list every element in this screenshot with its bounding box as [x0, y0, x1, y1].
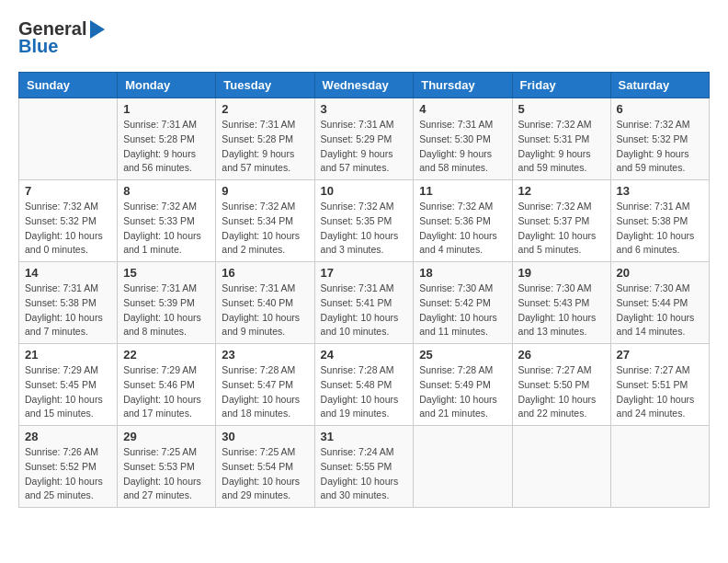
calendar-cell: 11Sunrise: 7:32 AMSunset: 5:36 PMDayligh…: [414, 180, 512, 262]
day-detail: Sunrise: 7:32 AMSunset: 5:34 PMDaylight:…: [222, 200, 308, 258]
day-number: 7: [25, 184, 111, 198]
day-number: 2: [222, 102, 308, 116]
calendar-cell: 23Sunrise: 7:28 AMSunset: 5:47 PMDayligh…: [216, 344, 314, 426]
calendar-cell: 6Sunrise: 7:32 AMSunset: 5:32 PMDaylight…: [610, 98, 709, 180]
day-number: 9: [222, 184, 308, 198]
calendar-cell: 3Sunrise: 7:31 AMSunset: 5:29 PMDaylight…: [314, 98, 414, 180]
day-detail: Sunrise: 7:30 AMSunset: 5:43 PMDaylight:…: [518, 282, 605, 339]
day-number: 15: [123, 266, 210, 280]
calendar-cell: 20Sunrise: 7:30 AMSunset: 5:44 PMDayligh…: [610, 262, 709, 344]
day-detail: Sunrise: 7:31 AMSunset: 5:38 PMDaylight:…: [617, 200, 703, 258]
col-header-saturday: Saturday: [610, 73, 709, 98]
calendar-week-1: 1Sunrise: 7:31 AMSunset: 5:28 PMDaylight…: [19, 98, 710, 180]
day-number: 1: [123, 102, 210, 116]
calendar-cell: 8Sunrise: 7:32 AMSunset: 5:33 PMDaylight…: [118, 180, 216, 262]
col-header-thursday: Thursday: [414, 73, 512, 98]
day-detail: Sunrise: 7:32 AMSunset: 5:33 PMDaylight:…: [123, 200, 210, 258]
day-detail: Sunrise: 7:31 AMSunset: 5:39 PMDaylight:…: [123, 282, 210, 339]
page-header: General Blue: [18, 18, 710, 57]
day-detail: Sunrise: 7:28 AMSunset: 5:48 PMDaylight:…: [321, 363, 408, 421]
col-header-tuesday: Tuesday: [216, 73, 314, 98]
day-detail: Sunrise: 7:26 AMSunset: 5:52 PMDaylight:…: [25, 445, 111, 503]
calendar-cell: [414, 426, 512, 508]
day-number: 11: [419, 184, 506, 198]
day-number: 18: [419, 266, 506, 280]
day-number: 30: [222, 430, 308, 443]
day-number: 6: [617, 102, 703, 116]
day-detail: Sunrise: 7:29 AMSunset: 5:46 PMDaylight:…: [123, 363, 210, 421]
calendar-cell: 31Sunrise: 7:24 AMSunset: 5:55 PMDayligh…: [314, 426, 414, 508]
day-number: 26: [518, 348, 605, 362]
day-number: 20: [617, 266, 703, 280]
day-detail: Sunrise: 7:27 AMSunset: 5:50 PMDaylight:…: [518, 363, 605, 421]
day-number: 10: [321, 184, 408, 198]
calendar-week-4: 21Sunrise: 7:29 AMSunset: 5:45 PMDayligh…: [19, 344, 710, 426]
calendar-cell: 1Sunrise: 7:31 AMSunset: 5:28 PMDaylight…: [118, 98, 216, 180]
day-detail: Sunrise: 7:32 AMSunset: 5:32 PMDaylight:…: [617, 118, 703, 176]
day-number: 22: [123, 348, 210, 362]
day-detail: Sunrise: 7:30 AMSunset: 5:42 PMDaylight:…: [419, 282, 506, 339]
day-detail: Sunrise: 7:32 AMSunset: 5:32 PMDaylight:…: [25, 200, 111, 258]
day-number: 21: [25, 348, 111, 362]
logo-arrow-icon: [90, 20, 105, 39]
day-number: 23: [222, 348, 308, 362]
calendar-cell: 4Sunrise: 7:31 AMSunset: 5:30 PMDaylight…: [414, 98, 512, 180]
day-detail: Sunrise: 7:27 AMSunset: 5:51 PMDaylight:…: [617, 363, 703, 421]
calendar-cell: 16Sunrise: 7:31 AMSunset: 5:40 PMDayligh…: [216, 262, 314, 344]
calendar-cell: 22Sunrise: 7:29 AMSunset: 5:46 PMDayligh…: [118, 344, 216, 426]
calendar-cell: 7Sunrise: 7:32 AMSunset: 5:32 PMDaylight…: [19, 180, 118, 262]
calendar-week-2: 7Sunrise: 7:32 AMSunset: 5:32 PMDaylight…: [19, 180, 710, 262]
day-detail: Sunrise: 7:31 AMSunset: 5:29 PMDaylight:…: [321, 118, 408, 176]
calendar-cell: 29Sunrise: 7:25 AMSunset: 5:53 PMDayligh…: [118, 426, 216, 508]
calendar-cell: 28Sunrise: 7:26 AMSunset: 5:52 PMDayligh…: [19, 426, 118, 508]
col-header-monday: Monday: [118, 73, 216, 98]
day-detail: Sunrise: 7:30 AMSunset: 5:44 PMDaylight:…: [617, 282, 703, 339]
day-detail: Sunrise: 7:24 AMSunset: 5:55 PMDaylight:…: [321, 445, 408, 503]
calendar-cell: 19Sunrise: 7:30 AMSunset: 5:43 PMDayligh…: [512, 262, 610, 344]
calendar-cell: 27Sunrise: 7:27 AMSunset: 5:51 PMDayligh…: [610, 344, 709, 426]
calendar-week-5: 28Sunrise: 7:26 AMSunset: 5:52 PMDayligh…: [19, 426, 710, 508]
day-number: 8: [123, 184, 210, 198]
logo-blue-text: Blue: [18, 36, 58, 57]
calendar-week-3: 14Sunrise: 7:31 AMSunset: 5:38 PMDayligh…: [19, 262, 710, 344]
day-number: 13: [617, 184, 703, 198]
calendar-cell: 17Sunrise: 7:31 AMSunset: 5:41 PMDayligh…: [314, 262, 414, 344]
day-detail: Sunrise: 7:28 AMSunset: 5:47 PMDaylight:…: [222, 363, 308, 421]
day-number: 27: [617, 348, 703, 362]
calendar-header-row: SundayMondayTuesdayWednesdayThursdayFrid…: [19, 73, 710, 98]
day-detail: Sunrise: 7:31 AMSunset: 5:28 PMDaylight:…: [123, 118, 210, 176]
calendar-cell: 10Sunrise: 7:32 AMSunset: 5:35 PMDayligh…: [314, 180, 414, 262]
day-number: 14: [25, 266, 111, 280]
day-number: 24: [321, 348, 408, 362]
day-detail: Sunrise: 7:31 AMSunset: 5:38 PMDaylight:…: [25, 282, 111, 339]
col-header-wednesday: Wednesday: [314, 73, 414, 98]
day-detail: Sunrise: 7:29 AMSunset: 5:45 PMDaylight:…: [25, 363, 111, 421]
day-detail: Sunrise: 7:25 AMSunset: 5:53 PMDaylight:…: [123, 445, 210, 503]
day-number: 29: [123, 430, 210, 443]
col-header-friday: Friday: [512, 73, 610, 98]
calendar-cell: 9Sunrise: 7:32 AMSunset: 5:34 PMDaylight…: [216, 180, 314, 262]
day-detail: Sunrise: 7:31 AMSunset: 5:28 PMDaylight:…: [222, 118, 308, 176]
calendar-cell: 12Sunrise: 7:32 AMSunset: 5:37 PMDayligh…: [512, 180, 610, 262]
calendar-cell: 26Sunrise: 7:27 AMSunset: 5:50 PMDayligh…: [512, 344, 610, 426]
day-number: 31: [321, 430, 408, 443]
day-detail: Sunrise: 7:25 AMSunset: 5:54 PMDaylight:…: [222, 445, 308, 503]
day-number: 19: [518, 266, 605, 280]
day-detail: Sunrise: 7:32 AMSunset: 5:31 PMDaylight:…: [518, 118, 605, 176]
logo: General Blue: [18, 18, 105, 57]
day-number: 4: [419, 102, 506, 116]
calendar-cell: 18Sunrise: 7:30 AMSunset: 5:42 PMDayligh…: [414, 262, 512, 344]
day-detail: Sunrise: 7:32 AMSunset: 5:35 PMDaylight:…: [321, 200, 408, 258]
calendar-cell: 15Sunrise: 7:31 AMSunset: 5:39 PMDayligh…: [118, 262, 216, 344]
calendar-cell: [610, 426, 709, 508]
day-number: 17: [321, 266, 408, 280]
day-detail: Sunrise: 7:31 AMSunset: 5:30 PMDaylight:…: [419, 118, 506, 176]
day-detail: Sunrise: 7:31 AMSunset: 5:40 PMDaylight:…: [222, 282, 308, 339]
calendar-cell: 13Sunrise: 7:31 AMSunset: 5:38 PMDayligh…: [610, 180, 709, 262]
day-detail: Sunrise: 7:32 AMSunset: 5:37 PMDaylight:…: [518, 200, 605, 258]
day-number: 28: [25, 430, 111, 443]
calendar-cell: [512, 426, 610, 508]
day-detail: Sunrise: 7:28 AMSunset: 5:49 PMDaylight:…: [419, 363, 506, 421]
day-detail: Sunrise: 7:32 AMSunset: 5:36 PMDaylight:…: [419, 200, 506, 258]
day-number: 5: [518, 102, 605, 116]
